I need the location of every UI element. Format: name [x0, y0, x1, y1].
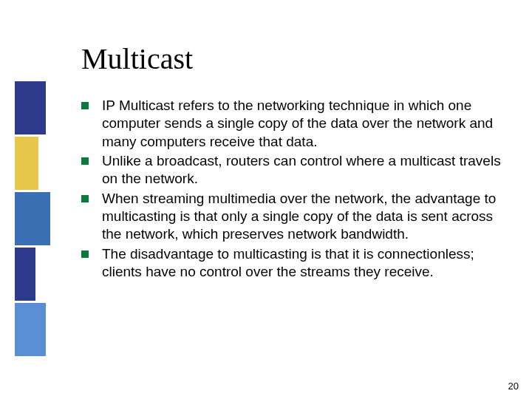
bullet-icon	[81, 195, 89, 202]
bullet-icon	[81, 102, 89, 109]
bullet-text: Unlike a broadcast, routers can control …	[102, 152, 502, 188]
list-item: Unlike a broadcast, routers can control …	[81, 152, 502, 188]
decor-bar	[15, 137, 38, 190]
decor-bar	[15, 248, 35, 301]
list-item: The disadvantage to multicasting is that…	[81, 245, 502, 282]
slide-title: Multicast	[81, 41, 502, 76]
decorative-sidebar	[0, 0, 53, 399]
bullet-text: When streaming multimedia over the netwo…	[102, 190, 502, 244]
bullet-list: IP Multicast refers to the networking te…	[81, 97, 502, 281]
bullet-text: IP Multicast refers to the networking te…	[102, 97, 502, 151]
bullet-icon	[81, 250, 89, 258]
decor-bar	[15, 303, 46, 356]
slide: Multicast IP Multicast refers to the net…	[0, 0, 532, 399]
bullet-icon	[81, 157, 89, 165]
bullet-text: The disadvantage to multicasting is that…	[102, 245, 502, 282]
decor-bar	[15, 81, 46, 134]
decor-bar	[15, 192, 50, 245]
list-item: When streaming multimedia over the netwo…	[81, 190, 502, 244]
list-item: IP Multicast refers to the networking te…	[81, 97, 502, 151]
page-number: 20	[508, 381, 519, 392]
